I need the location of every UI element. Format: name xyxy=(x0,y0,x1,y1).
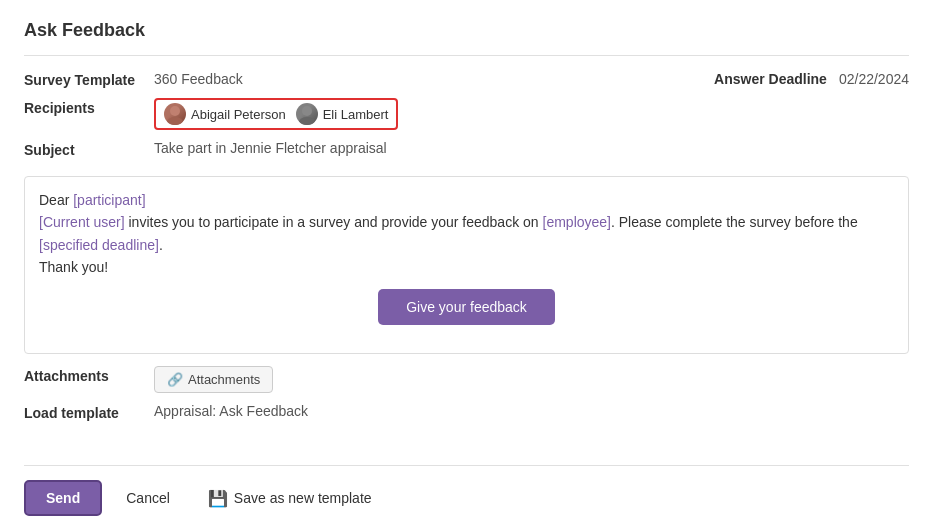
email-deadline-placeholder: [specified deadline] xyxy=(39,237,159,253)
email-employee-placeholder: [employee] xyxy=(543,214,611,230)
send-button[interactable]: Send xyxy=(24,480,102,516)
email-current-user-placeholder: [Current user] xyxy=(39,214,125,230)
recipients-box[interactable]: Abigail Peterson Eli Lambert xyxy=(154,98,398,130)
email-salutation-line: Dear [participant] xyxy=(39,189,894,211)
recipients-label: Recipients xyxy=(24,98,154,116)
bottom-action-bar: Send Cancel 💾 Save as new template xyxy=(24,465,909,530)
attachments-row: Attachments 🔗 Attachments xyxy=(24,366,909,393)
email-body-text-2: . Please complete the survey before the xyxy=(611,214,858,230)
svg-point-3 xyxy=(299,117,315,125)
email-body-text-3: . xyxy=(159,237,163,253)
email-participant-placeholder: [participant] xyxy=(73,192,145,208)
save-template-button[interactable]: 💾 Save as new template xyxy=(194,481,386,516)
avatar-eli xyxy=(296,103,318,125)
title-divider xyxy=(24,55,909,56)
email-thank-you-line: Thank you! xyxy=(39,256,894,278)
svg-point-1 xyxy=(167,117,183,125)
give-feedback-button[interactable]: Give your feedback xyxy=(378,289,555,325)
recipient-eli-name: Eli Lambert xyxy=(323,107,389,122)
email-salutation-text: Dear xyxy=(39,192,73,208)
dialog-title: Ask Feedback xyxy=(24,20,909,41)
email-body-container: Dear [participant] [Current user] invite… xyxy=(24,176,909,354)
recipient-eli: Eli Lambert xyxy=(296,103,389,125)
ask-feedback-dialog: Ask Feedback Survey Template 360 Feedbac… xyxy=(0,0,933,530)
subject-value: Take part in Jennie Fletcher appraisal xyxy=(154,140,909,156)
recipient-abigail-name: Abigail Peterson xyxy=(191,107,286,122)
attachments-button[interactable]: 🔗 Attachments xyxy=(154,366,273,393)
svg-point-2 xyxy=(302,106,312,116)
load-template-label: Load template xyxy=(24,403,154,421)
load-template-value: Appraisal: Ask Feedback xyxy=(154,403,909,419)
survey-template-value: 360 Feedback xyxy=(154,71,714,87)
email-body-text-1: invites you to participate in a survey a… xyxy=(125,214,543,230)
subject-row: Subject Take part in Jennie Fletcher app… xyxy=(24,140,909,158)
survey-template-row: Survey Template 360 Feedback Answer Dead… xyxy=(24,70,909,88)
feedback-button-row: Give your feedback xyxy=(39,289,894,325)
email-thank-you-text: Thank you! xyxy=(39,259,108,275)
survey-template-label: Survey Template xyxy=(24,70,154,88)
cancel-button[interactable]: Cancel xyxy=(112,482,184,514)
answer-deadline-label: Answer Deadline xyxy=(714,71,827,87)
recipient-abigail: Abigail Peterson xyxy=(164,103,286,125)
subject-label: Subject xyxy=(24,140,154,158)
paperclip-icon: 🔗 xyxy=(167,372,183,387)
answer-deadline-value: 02/22/2024 xyxy=(839,71,909,87)
svg-point-0 xyxy=(170,106,180,116)
avatar-abigail xyxy=(164,103,186,125)
answer-deadline-group: Answer Deadline 02/22/2024 xyxy=(714,71,909,87)
save-template-label: Save as new template xyxy=(234,490,372,506)
survey-template-group: Survey Template 360 Feedback xyxy=(24,70,714,88)
save-icon: 💾 xyxy=(208,489,228,508)
email-body-line: [Current user] invites you to participat… xyxy=(39,211,894,256)
recipients-row: Recipients Abigail Peterson xyxy=(24,98,909,130)
attachments-label: Attachments xyxy=(24,366,154,384)
load-template-row: Load template Appraisal: Ask Feedback xyxy=(24,403,909,421)
attachments-button-label: Attachments xyxy=(188,372,260,387)
